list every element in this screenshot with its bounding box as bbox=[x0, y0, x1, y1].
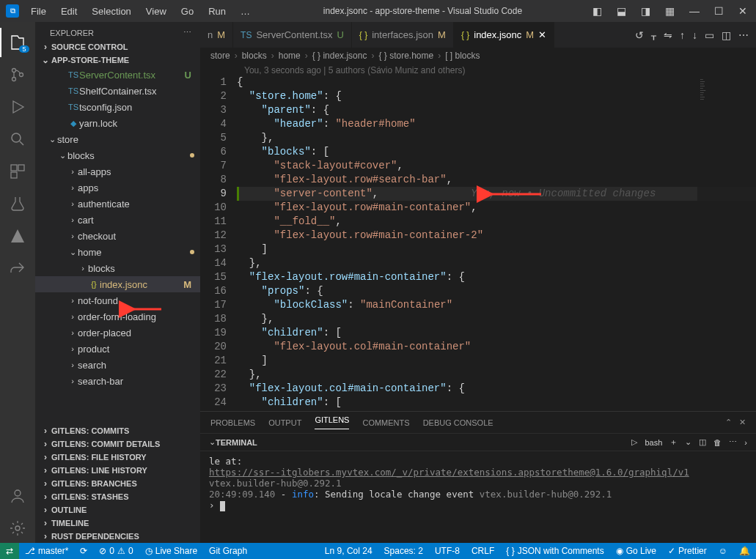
up-icon[interactable]: ↑ bbox=[680, 29, 685, 41]
tab-servercontent[interactable]: TS ServerContent.tsx U bbox=[233, 22, 352, 48]
minimize-icon[interactable]: ― bbox=[686, 4, 702, 18]
tree-item-store[interactable]: ⌄store bbox=[35, 131, 200, 147]
terminal-body[interactable]: le at: https://ssr--itglobers.myvtex.com… bbox=[200, 451, 756, 543]
maximize-icon[interactable]: ☐ bbox=[711, 4, 727, 18]
tab-more-icon[interactable]: ⋯ bbox=[738, 29, 749, 41]
section-source-control[interactable]: ›SOURCE CONTROL bbox=[35, 40, 200, 53]
cursor-position[interactable]: Ln 9, Col 24 bbox=[319, 546, 378, 556]
encoding[interactable]: UTF-8 bbox=[429, 546, 466, 556]
terminal-trash-icon[interactable]: 🗑 bbox=[713, 438, 722, 447]
menu-file[interactable]: File bbox=[25, 3, 52, 20]
problems-button[interactable]: ⊘0 ⚠0 bbox=[93, 546, 139, 556]
layout-panel-bottom-icon[interactable]: ⬓ bbox=[614, 4, 629, 18]
terminal-chevron-right-icon[interactable]: › bbox=[744, 438, 747, 447]
share-icon[interactable] bbox=[0, 253, 35, 283]
tree-item-index-jsonc[interactable]: {}index.jsoncM bbox=[35, 276, 200, 292]
split-icon[interactable]: ◫ bbox=[722, 29, 731, 41]
terminal-add-icon[interactable]: ＋ bbox=[669, 437, 678, 448]
sidebar-more-icon[interactable]: ⋯ bbox=[183, 28, 191, 37]
panel-up-icon[interactable]: ⌃ bbox=[725, 418, 732, 427]
terminal-label[interactable]: TERMINAL bbox=[216, 438, 257, 447]
panel-close-icon[interactable]: ✕ bbox=[739, 418, 746, 427]
tree-item-product[interactable]: ›product bbox=[35, 341, 200, 357]
panel-tab-problems[interactable]: PROBLEMS bbox=[210, 418, 255, 427]
tree-item-not-found[interactable]: ›not-found bbox=[35, 292, 200, 308]
tree-item-checkout[interactable]: ›checkout bbox=[35, 228, 200, 244]
tree-item-search-bar[interactable]: ›search-bar bbox=[35, 373, 200, 389]
accounts-icon[interactable] bbox=[0, 481, 35, 511]
tree-item-authenticate[interactable]: ›authenticate bbox=[35, 196, 200, 212]
prettier-button[interactable]: ✓Prettier bbox=[662, 546, 713, 556]
panel-tab-output[interactable]: OUTPUT bbox=[268, 418, 301, 427]
tab-interfaces[interactable]: { } interfaces.json M bbox=[352, 22, 454, 48]
code-editor[interactable]: 1234567891011121314151617181920212223242… bbox=[200, 75, 756, 411]
golive-button[interactable]: ◉Go Live bbox=[610, 546, 662, 556]
menu-more[interactable]: … bbox=[235, 3, 256, 20]
section-gitlens--commit-details[interactable]: ›GITLENS: COMMIT DETAILS bbox=[35, 437, 200, 451]
menu-selection[interactable]: Selection bbox=[86, 3, 136, 20]
panel-tab-debug[interactable]: DEBUG CONSOLE bbox=[423, 418, 493, 427]
tree-item-yarn-lock[interactable]: ◆yarn.lock bbox=[35, 115, 200, 131]
gitgraph-button[interactable]: Git Graph bbox=[203, 546, 253, 556]
tree-item-all-apps[interactable]: ›all-apps bbox=[35, 163, 200, 179]
tree-item-order-form-loading[interactable]: ›order-form-loading bbox=[35, 308, 200, 325]
search-icon[interactable] bbox=[0, 125, 35, 154]
menu-run[interactable]: Run bbox=[202, 3, 232, 20]
section-outline[interactable]: ›OUTLINE bbox=[35, 503, 200, 517]
book-icon[interactable]: ▭ bbox=[705, 29, 714, 41]
tree-item-blocks[interactable]: ›blocks bbox=[35, 260, 200, 276]
menu-edit[interactable]: Edit bbox=[55, 3, 83, 20]
panel-tab-gitlens[interactable]: GITLENS bbox=[315, 415, 349, 429]
run-debug-icon[interactable] bbox=[0, 92, 35, 122]
tree-item-servercontent-tsx[interactable]: TSServerContent.tsxU bbox=[35, 67, 200, 83]
compare-icon[interactable]: ⇋ bbox=[664, 29, 672, 41]
timeline-icon[interactable]: ᚁ bbox=[651, 29, 656, 41]
indentation[interactable]: Spaces: 2 bbox=[378, 546, 429, 556]
layout-panel-left-icon[interactable]: ◧ bbox=[590, 4, 605, 18]
section-project[interactable]: ⌄APP-STORE-THEME bbox=[35, 53, 200, 67]
tree-item-order-placed[interactable]: ›order-placed bbox=[35, 325, 200, 341]
sync-button[interactable]: ⟳ bbox=[74, 546, 93, 556]
tree-item-tsconfig-json[interactable]: TStsconfig.json bbox=[35, 99, 200, 115]
explorer-icon[interactable]: 5 bbox=[0, 28, 35, 57]
section-gitlens--commits[interactable]: ›GITLENS: COMMITS bbox=[35, 424, 200, 437]
tree-item-apps[interactable]: ›apps bbox=[35, 179, 200, 196]
tab-index-jsonc[interactable]: { } index.jsonc M ✕ bbox=[454, 22, 554, 48]
tree-item-shelfcontainer-tsx[interactable]: TSShelfContainer.tsx bbox=[35, 83, 200, 99]
section-rust-dependencies[interactable]: ›RUST DEPENDENCIES bbox=[35, 530, 200, 543]
feedback-icon[interactable]: ☺ bbox=[713, 546, 733, 556]
section-gitlens--branches[interactable]: ›GITLENS: BRANCHES bbox=[35, 477, 200, 490]
history-icon[interactable]: ↺ bbox=[635, 29, 644, 41]
tree-item-search[interactable]: ›search bbox=[35, 357, 200, 373]
tab-close-icon[interactable]: ✕ bbox=[538, 29, 546, 40]
menu-go[interactable]: Go bbox=[175, 3, 199, 20]
gear-icon[interactable] bbox=[0, 514, 35, 543]
extensions-icon[interactable] bbox=[0, 157, 35, 186]
tree-item-cart[interactable]: ›cart bbox=[35, 212, 200, 228]
tree-item-home[interactable]: ⌄home bbox=[35, 244, 200, 260]
bell-icon[interactable]: 🔔 bbox=[733, 546, 756, 556]
tab-partial[interactable]: n M bbox=[200, 22, 233, 48]
liveshare-button[interactable]: ◷Live Share bbox=[139, 546, 203, 556]
remote-button[interactable]: ⇄ bbox=[0, 543, 19, 559]
test-icon[interactable] bbox=[0, 189, 35, 218]
eol[interactable]: CRLF bbox=[466, 546, 500, 556]
atlassian-icon[interactable] bbox=[0, 221, 35, 251]
section-gitlens--file-history[interactable]: ›GITLENS: FILE HISTORY bbox=[35, 451, 200, 464]
terminal-split-icon[interactable]: ◫ bbox=[699, 437, 706, 447]
layout-panel-right-icon[interactable]: ◨ bbox=[638, 4, 653, 18]
breadcrumb[interactable]: store› blocks› home› { } index.jsonc› { … bbox=[200, 48, 756, 64]
down-icon[interactable]: ↓ bbox=[692, 29, 697, 41]
close-icon[interactable]: ✕ bbox=[735, 4, 750, 18]
panel-tab-comments[interactable]: COMMENTS bbox=[362, 418, 409, 427]
terminal-more-icon[interactable]: ⋯ bbox=[729, 437, 737, 447]
tree-item-blocks[interactable]: ⌄blocks bbox=[35, 147, 200, 163]
section-gitlens--stashes[interactable]: ›GITLENS: STASHES bbox=[35, 490, 200, 503]
section-timeline[interactable]: ›TIMELINE bbox=[35, 517, 200, 530]
terminal-shell-icon[interactable]: ▷ bbox=[631, 437, 637, 447]
language-mode[interactable]: { }JSON with Comments bbox=[500, 546, 609, 556]
menu-view[interactable]: View bbox=[140, 3, 172, 20]
source-control-icon[interactable] bbox=[0, 60, 35, 89]
git-branch[interactable]: ⎇master* bbox=[19, 546, 74, 556]
layout-grid-icon[interactable]: ▦ bbox=[662, 4, 678, 18]
